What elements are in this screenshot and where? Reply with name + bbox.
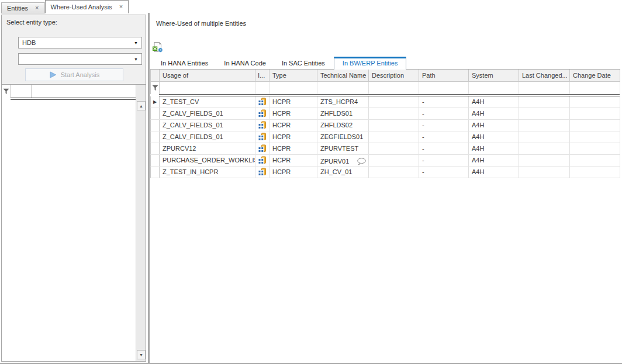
cell-path[interactable]: - <box>419 108 469 119</box>
scroll-down-button[interactable]: ▼ <box>137 350 146 359</box>
cell-usage-of[interactable]: Z_CALV_FIELDS_01 <box>160 120 255 131</box>
filter-system[interactable] <box>469 82 519 94</box>
cell-usage-of[interactable]: Z_TEST_CV <box>160 96 255 108</box>
table-row[interactable]: Z_TEST_IN_HCPR HCPR ZH_CV_01 - A4H <box>150 167 620 178</box>
filter-technical-name[interactable] <box>317 82 369 94</box>
cell-usage-of[interactable]: ZPURCV12 <box>160 143 255 154</box>
chevron-down-icon[interactable]: ▼ <box>134 57 138 61</box>
cell-change-date[interactable] <box>570 96 620 108</box>
cell-system[interactable]: A4H <box>469 143 519 154</box>
cell-type[interactable]: HCPR <box>269 120 317 131</box>
filter-change-date[interactable] <box>570 82 620 94</box>
cell-path[interactable]: - <box>419 155 469 166</box>
cell-last-changed[interactable] <box>519 155 570 166</box>
filter-icon-column[interactable] <box>255 82 269 94</box>
tab-in-hana-entities[interactable]: In HANA Entities <box>154 58 215 69</box>
header-path[interactable]: Path <box>419 70 469 81</box>
vertical-scrollbar[interactable]: ▲ ▼ <box>136 85 146 361</box>
entity-type-dropdown[interactable]: HDB ▼ <box>18 37 142 48</box>
cell-system[interactable]: A4H <box>469 131 519 143</box>
cell-last-changed[interactable] <box>519 167 570 178</box>
filter-last-changed[interactable] <box>519 82 570 94</box>
cell-path[interactable]: - <box>419 120 469 131</box>
cell-change-date[interactable] <box>570 108 620 119</box>
table-row[interactable]: Z_CALV_FIELDS_01 HCPR ZHFLDS02 - A4H <box>150 120 620 131</box>
cell-usage-of[interactable]: Z_TEST_IN_HCPR <box>160 167 255 178</box>
close-icon[interactable]: × <box>119 4 123 10</box>
cell-change-date[interactable] <box>570 120 620 131</box>
cell-description[interactable] <box>369 143 419 154</box>
header-icon-column[interactable]: I... <box>255 70 269 81</box>
table-row[interactable]: ▶ Z_TEST_CV HCPR ZTS_HCPR4 - A4H <box>150 96 620 108</box>
cell-description[interactable] <box>369 167 419 178</box>
cell-type[interactable]: HCPR <box>269 143 317 154</box>
cell-last-changed[interactable] <box>519 96 570 108</box>
tab-entities[interactable]: Entities × <box>1 2 45 13</box>
filter-type[interactable] <box>269 82 317 94</box>
cell-description[interactable] <box>369 96 419 108</box>
cell-system[interactable]: A4H <box>469 96 519 108</box>
cell-technical-name[interactable]: ZHFLDS02 <box>317 120 369 131</box>
cell-type[interactable]: HCPR <box>269 131 317 143</box>
cell-system[interactable]: A4H <box>469 167 519 178</box>
cell-usage-of[interactable]: Z_CALV_FIELDS_01 <box>160 131 255 143</box>
chevron-down-icon[interactable]: ▼ <box>134 41 138 45</box>
header-type[interactable]: Type <box>269 70 317 81</box>
cell-path[interactable]: - <box>419 96 469 108</box>
cell-last-changed[interactable] <box>519 108 570 119</box>
cell-technical-name[interactable]: ZEGFIELDS01 <box>317 131 369 143</box>
entity-dropdown[interactable]: ▼ <box>18 53 142 65</box>
table-row[interactable]: Z_CALV_FIELDS_01 HCPR ZEGFIELDS01 - A4H <box>150 131 620 143</box>
filter-funnel-icon[interactable] <box>152 85 158 91</box>
cell-description[interactable] <box>369 131 419 143</box>
cell-type[interactable]: HCPR <box>269 108 317 119</box>
table-row[interactable]: Z_CALV_FIELDS_01 HCPR ZHFLDS01 - A4H <box>150 108 620 120</box>
cell-change-date[interactable] <box>570 155 620 166</box>
cell-system[interactable]: A4H <box>469 120 519 131</box>
panel-splitter[interactable] <box>148 13 150 364</box>
cell-technical-name[interactable]: ZPURVTEST <box>317 143 369 154</box>
cell-description[interactable] <box>369 155 419 166</box>
cell-path[interactable]: - <box>419 131 469 143</box>
start-analysis-button[interactable]: Start Analysis <box>25 68 123 81</box>
scroll-up-button[interactable]: ▲ <box>137 101 146 110</box>
cell-technical-name[interactable]: ZTS_HCPR4 <box>317 96 369 108</box>
export-to-excel-button[interactable] <box>152 41 163 54</box>
filter-usage-of[interactable] <box>160 82 255 94</box>
filter-funnel-icon[interactable] <box>3 88 9 95</box>
filter-path[interactable] <box>419 82 469 94</box>
table-row[interactable]: PURCHASE_ORDER_WORKLIST HCPR ZPURV01 - A… <box>150 155 620 167</box>
cell-technical-name[interactable]: ZPURV01 <box>317 155 369 166</box>
cell-type[interactable]: HCPR <box>269 155 317 166</box>
cell-last-changed[interactable] <box>519 120 570 131</box>
cell-last-changed[interactable] <box>519 143 570 154</box>
cell-type[interactable]: HCPR <box>269 96 317 108</box>
cell-path[interactable]: - <box>419 167 469 178</box>
cell-technical-name[interactable]: ZHFLDS01 <box>317 108 369 119</box>
cell-usage-of[interactable]: PURCHASE_ORDER_WORKLIST <box>160 155 255 166</box>
cell-usage-of[interactable]: Z_CALV_FIELDS_01 <box>160 108 255 119</box>
table-row[interactable]: ZPURCV12 HCPR ZPURVTEST - A4H <box>150 143 620 155</box>
cell-system[interactable]: A4H <box>469 155 519 166</box>
tab-in-sac-entities[interactable]: In SAC Entities <box>275 58 332 69</box>
entity-list-filter-cell-2[interactable] <box>32 85 136 98</box>
header-usage-of[interactable]: Usage of <box>160 70 255 81</box>
cell-type[interactable]: HCPR <box>269 167 317 178</box>
cell-technical-name[interactable]: ZH_CV_01 <box>317 167 369 178</box>
cell-change-date[interactable] <box>570 143 620 154</box>
cell-change-date[interactable] <box>570 167 620 178</box>
cell-last-changed[interactable] <box>519 131 570 143</box>
header-technical-name[interactable]: Technical Name <box>317 70 369 81</box>
tab-in-hana-code[interactable]: In HANA Code <box>217 58 273 69</box>
cell-system[interactable]: A4H <box>469 108 519 119</box>
tab-where-used-analysis[interactable]: Where-Used Analysis × <box>45 0 129 13</box>
cell-description[interactable] <box>369 108 419 119</box>
cell-path[interactable]: - <box>419 143 469 154</box>
header-description[interactable]: Description <box>369 70 419 81</box>
header-change-date[interactable]: Change Date <box>570 70 620 81</box>
tab-in-bw-erp-entities[interactable]: In BW/ERP Entities <box>334 57 407 70</box>
close-icon[interactable]: × <box>35 5 39 11</box>
entity-list-filter-cell-1[interactable] <box>11 85 32 98</box>
header-last-changed[interactable]: Last Changed... <box>519 70 570 81</box>
cell-change-date[interactable] <box>570 131 620 143</box>
